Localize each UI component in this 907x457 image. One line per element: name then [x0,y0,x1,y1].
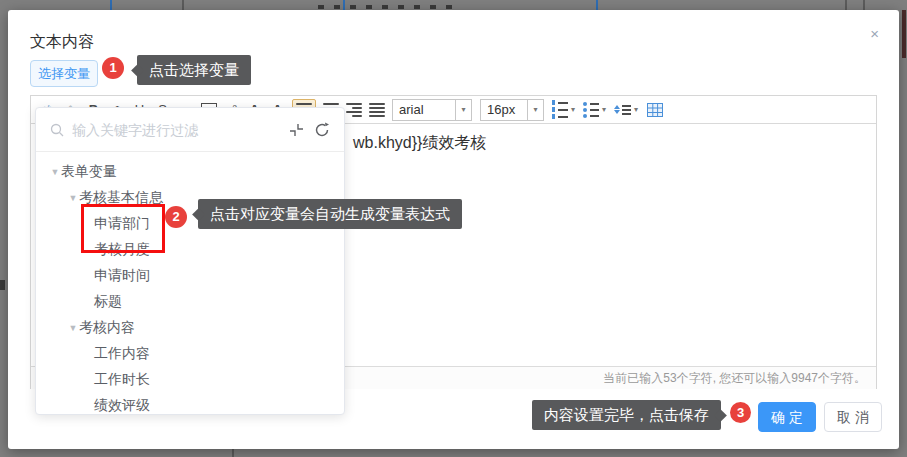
tree-item-label: 工作内容 [94,345,150,363]
font-family-value: arial [393,102,455,117]
tree-item-label: 标题 [94,293,122,311]
tree-item-title[interactable]: 标题 [36,289,344,315]
chevron-down-icon[interactable]: ▾ [634,105,638,114]
tree-item-label: 表单变量 [61,163,117,181]
table-icon[interactable] [646,101,663,119]
tree-item-label: 考核基本信息 [79,189,163,207]
tree-item-label: 考核月度 [94,241,150,259]
cancel-button[interactable]: 取 消 [824,402,882,432]
font-size-value: 16px [481,102,527,117]
tree-item-apply-time[interactable]: 申请时间 [36,263,344,289]
step-badge-3: 3 [730,402,751,423]
collapse-tree-icon[interactable] [289,123,304,137]
chevron-down-icon: ▾ [527,100,543,120]
tooltip-3-text: 内容设置完毕，点击保存 [544,406,709,423]
tree-item-label: 绩效评级 [94,397,150,415]
tooltip-3: 内容设置完毕，点击保存 [532,400,721,430]
editor-content-text: wb.khyd}}绩效考核 [353,133,486,154]
tooltip-arrow-icon [131,64,144,77]
font-size-select[interactable]: 16px ▾ [480,99,544,121]
font-family-select[interactable]: arial ▾ [392,99,472,121]
unordered-list-icon[interactable] [583,102,599,118]
search-row [36,108,344,152]
tree-item-assessment-month[interactable]: 考核月度 [36,237,344,263]
tree-item-performance-rating[interactable]: 绩效评级 [36,393,344,415]
filter-keyword-input[interactable] [72,122,289,138]
tooltip-arrow-icon [714,409,727,422]
tooltip-1: 点击选择变量 [137,55,251,85]
close-icon[interactable]: × [870,26,879,41]
background-divider [110,0,112,10]
background-fragment [902,10,906,58]
panel-tools [289,122,330,138]
variable-picker-panel: ▼表单变量 ▼考核基本信息 申请部门 考核月度 申请时间 标题 ▼考核内容 工作… [35,107,345,415]
tree-expand-icon[interactable]: ▼ [49,167,61,177]
step-badge-2: 2 [165,206,187,228]
tree-expand-icon[interactable]: ▼ [67,323,79,333]
tooltip-1-text: 点击选择变量 [149,61,239,78]
confirm-button[interactable]: 确 定 [758,402,816,432]
tree-item-label: 工作时长 [94,371,150,389]
background-divider [182,0,184,10]
variable-tree: ▼表单变量 ▼考核基本信息 申请部门 考核月度 申请时间 标题 ▼考核内容 工作… [36,152,344,415]
background-text-fragment [318,5,458,9]
chevron-down-icon: ▾ [455,100,471,120]
tree-item-work-content[interactable]: 工作内容 [36,341,344,367]
background-divider [232,449,234,457]
text-content-dialog: 文本内容 × 选择变量 1 点击选择变量 </> ◇ B I U S “ x² … [8,10,899,449]
dialog-title: 文本内容 [30,32,94,53]
chevron-down-icon[interactable]: ▾ [571,105,575,114]
background-fragment [0,280,5,290]
tree-item-form-variables[interactable]: ▼表单变量 [36,159,344,185]
tree-expand-icon[interactable]: ▼ [67,193,79,203]
tree-item-work-duration[interactable]: 工作时长 [36,367,344,393]
background-divider [845,0,847,10]
tooltip-2: 点击对应变量会自动生成变量表达式 [198,199,462,229]
ordered-list-icon[interactable] [552,100,568,119]
tree-item-label: 考核内容 [79,319,135,337]
tooltip-2-text: 点击对应变量会自动生成变量表达式 [210,205,450,222]
background-divider [596,0,598,10]
refresh-icon[interactable] [314,122,330,138]
line-height-icon[interactable] [614,102,631,117]
tree-item-assessment-content[interactable]: ▼考核内容 [36,315,344,341]
tree-item-label: 申请部门 [94,215,150,233]
tree-item-label: 申请时间 [94,267,150,285]
select-variable-button[interactable]: 选择变量 [30,60,98,87]
step-badge-1: 1 [102,57,124,79]
justify-icon[interactable] [369,103,385,117]
search-icon [50,123,64,137]
chevron-down-icon[interactable]: ▾ [602,105,606,114]
align-right-icon[interactable] [346,103,362,117]
background-divider [863,0,865,10]
background-divider [343,0,345,10]
